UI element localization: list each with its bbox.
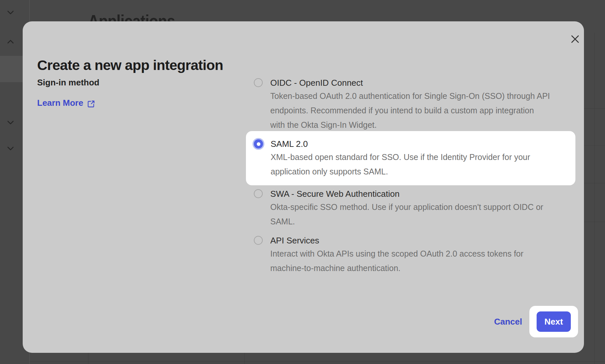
table-row-divider [29, 361, 605, 362]
option-oidc[interactable]: OIDC - OpenID Connect Token-based OAuth … [246, 77, 575, 132]
modal-title: Create a new app integration [37, 57, 223, 74]
radio-swa[interactable] [254, 189, 263, 198]
radio-saml[interactable] [254, 139, 263, 148]
option-text: OIDC - OpenID Connect Token-based OAuth … [270, 77, 550, 132]
next-button[interactable]: Next [537, 311, 571, 332]
signin-method-label: Sign-in method [37, 77, 99, 88]
option-text: SAML 2.0 XML-based open standard for SSO… [271, 138, 530, 179]
external-link-icon [87, 99, 95, 107]
chevron-down-icon [7, 147, 14, 150]
option-text: API Services Interact with Okta APIs usi… [270, 235, 523, 275]
table-column-divider [594, 33, 594, 364]
option-title: OIDC - OpenID Connect [270, 77, 550, 89]
learn-more-link[interactable]: Learn More [37, 97, 95, 109]
option-description: Token-based OAuth 2.0 authentication for… [270, 89, 550, 132]
signin-method-section: Sign-in method Learn More [37, 77, 99, 109]
option-description: XML-based open standard for SSO. Use if … [271, 150, 530, 179]
signin-method-options: OIDC - OpenID Connect Token-based OAuth … [246, 77, 575, 275]
option-swa[interactable]: SWA - Secure Web Authentication Okta-spe… [246, 188, 575, 229]
modal-footer: Cancel Next [494, 306, 578, 337]
close-icon [570, 34, 580, 44]
option-api[interactable]: API Services Interact with Okta APIs usi… [246, 235, 575, 275]
cancel-button[interactable]: Cancel [494, 317, 522, 327]
next-button-spotlight: Next [529, 306, 578, 337]
radio-oidc[interactable] [254, 78, 263, 87]
option-title: SWA - Secure Web Authentication [270, 188, 543, 200]
create-app-integration-modal: Create a new app integration Sign-in met… [23, 21, 584, 353]
option-description: Interact with Okta APIs using the scoped… [270, 246, 523, 275]
option-title: SAML 2.0 [271, 138, 530, 150]
learn-more-label: Learn More [37, 97, 83, 109]
chevron-down-icon [7, 121, 14, 125]
option-saml[interactable]: SAML 2.0 XML-based open standard for SSO… [246, 131, 575, 185]
chevron-up-icon [7, 40, 14, 44]
close-button[interactable] [570, 34, 580, 44]
option-description: Okta-specific SSO method. Use if your ap… [270, 200, 543, 229]
option-title: API Services [270, 235, 523, 246]
option-text: SWA - Secure Web Authentication Okta-spe… [270, 188, 543, 229]
screen: Applications Create a new app integratio… [0, 0, 605, 364]
radio-api[interactable] [254, 236, 263, 245]
chevron-down-icon [7, 11, 14, 14]
